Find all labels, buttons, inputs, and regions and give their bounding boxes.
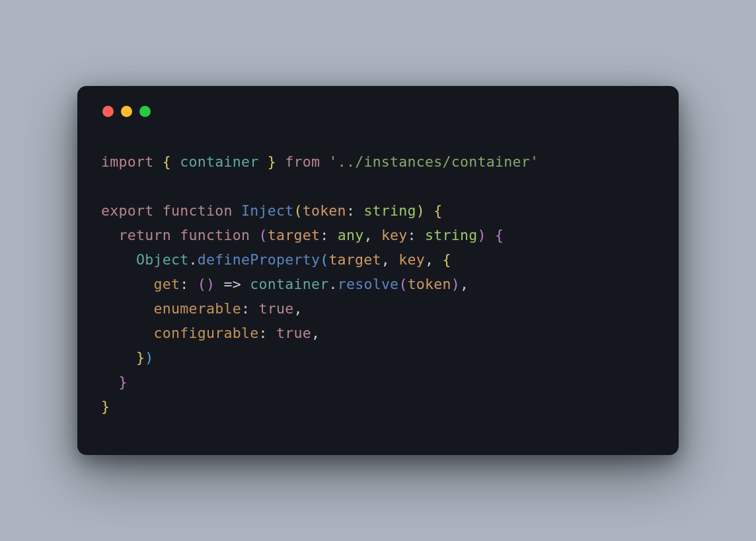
keyword-import: import <box>101 153 153 170</box>
type-string: string <box>363 202 416 219</box>
arg-key: key <box>398 251 425 268</box>
prop-enumerable: enumerable <box>153 300 241 317</box>
method-defineproperty: defineProperty <box>198 251 320 268</box>
keyword-return: return <box>119 227 171 243</box>
keyword-export: export <box>101 202 153 219</box>
param-token: token <box>303 202 346 219</box>
identifier-inject: Inject <box>241 202 293 219</box>
identifier-container-2: container <box>250 276 328 292</box>
minimize-icon[interactable] <box>121 106 132 117</box>
identifier-object: Object <box>136 251 188 268</box>
bool-true-2: true <box>276 325 311 341</box>
keyword-function: function <box>163 202 233 219</box>
arg-token: token <box>408 276 451 292</box>
arg-target: target <box>328 251 381 268</box>
string-path: '../instances/container' <box>328 153 539 170</box>
param-key: key <box>381 227 408 243</box>
bool-true-1: true <box>258 300 293 317</box>
prop-get: get <box>153 276 180 292</box>
close-icon[interactable] <box>102 106 114 117</box>
type-string-2: string <box>425 227 477 243</box>
code-block: import { container } from '../instances/… <box>101 150 655 419</box>
traffic-lights <box>102 106 655 117</box>
prop-configurable: configurable <box>153 325 258 341</box>
keyword-function-inner: function <box>180 227 250 243</box>
maximize-icon[interactable] <box>139 106 151 117</box>
code-window: import { container } from '../instances/… <box>77 86 679 455</box>
type-any: any <box>338 227 364 243</box>
identifier-container: container <box>180 153 258 170</box>
keyword-from: from <box>285 153 320 170</box>
param-target: target <box>268 227 320 243</box>
method-resolve: resolve <box>338 276 399 292</box>
